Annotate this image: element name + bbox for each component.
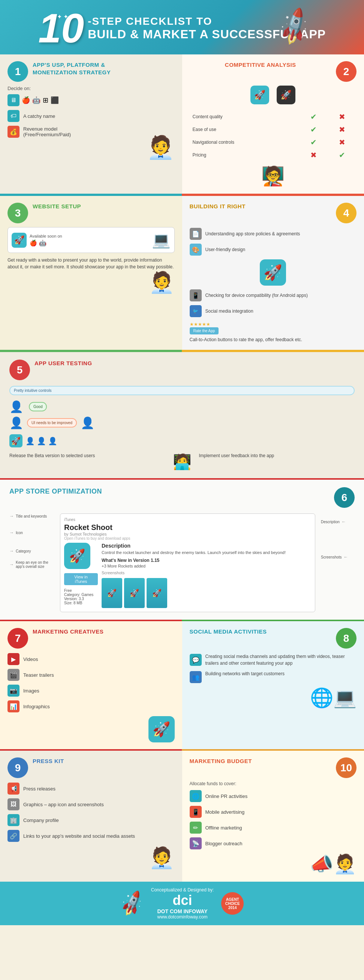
app-icon-large: 🚀 bbox=[64, 543, 90, 569]
item-company-profile: 🏢 Company profile bbox=[8, 814, 175, 826]
section-2: COMPETITIVE ANALYSIS 2 🚀 🚀 Content quali… bbox=[182, 54, 364, 194]
user-icons-row: 👤 👤 👤 bbox=[25, 436, 57, 445]
mockup-main-row: 🚀 View in iTunes Free Category: Games Ve… bbox=[64, 543, 311, 608]
step-badge-4: 4 bbox=[336, 203, 356, 223]
social-icon: 🐦 bbox=[190, 305, 202, 317]
aso-container: → Title and keywords → Icon → Category →… bbox=[9, 514, 355, 612]
label-category: → Category bbox=[9, 548, 54, 554]
app-by: by Sumot Technologies bbox=[64, 532, 311, 536]
blogger-icon: 📡 bbox=[190, 837, 202, 850]
character-2: 🧑‍🏫 bbox=[190, 165, 357, 187]
aso-labels-left: → Title and keywords → Icon → Category →… bbox=[9, 514, 54, 575]
footer: 🚀 Conceptualized & Designed by: dci DOT … bbox=[0, 882, 364, 925]
whats-new-detail: +3 More Rockets added bbox=[101, 564, 311, 568]
infographic-icon: 📊 bbox=[8, 700, 19, 713]
device-icon: 📱 bbox=[190, 290, 202, 301]
section-8-header: SOCIAL MEDIA ACTIVITIES 8 bbox=[190, 628, 357, 649]
step-badge-5: 5 bbox=[9, 360, 30, 380]
section-10-title: MARKETING BUDGET bbox=[190, 757, 252, 765]
category-label: Category: Games bbox=[64, 593, 98, 597]
user-icon-2: 👤 bbox=[9, 416, 23, 430]
check-3-1: ✔ bbox=[310, 138, 317, 146]
action-2: Implement user feedback into the app bbox=[199, 453, 355, 471]
section-7-header: 7 MARKETING CREATIVES bbox=[8, 628, 175, 649]
section-10-items: 🌐 Online PR activities 📱 Mobile advertis… bbox=[190, 790, 357, 850]
label-overall-size: → Keep an eye on the app's overall size bbox=[9, 560, 54, 569]
mockup-content: 🚀 Available soon on 🍎 🤖 💻 bbox=[12, 231, 171, 249]
section-3: 3 WEBSITE SETUP 🚀 Available soon on 🍎 🤖 … bbox=[0, 196, 182, 350]
step-badge-1: 1 bbox=[8, 61, 28, 82]
actions-row: Release the Beta version to selected use… bbox=[9, 453, 355, 471]
section-6: APP STORE OPTIMIZATION 6 → Title and key… bbox=[0, 480, 364, 620]
android-badge: 🤖 bbox=[39, 239, 46, 247]
action-1: Release the Beta version to selected use… bbox=[9, 453, 165, 471]
app-icon-small: 🚀 bbox=[9, 434, 22, 447]
item-social-channels: 💬 Creating social media channels and upd… bbox=[190, 653, 357, 667]
header: 10 -Step Checklist to Build & Market a S… bbox=[0, 0, 364, 54]
section-5-header: 5 APP USER TESTING bbox=[9, 360, 355, 380]
apple-badge: 🍎 bbox=[30, 239, 37, 247]
mobile-icon: 📱 bbox=[190, 806, 202, 818]
section-5: 5 APP USER TESTING Pretty intuitive cont… bbox=[0, 352, 364, 478]
label-screenshots: Screenshots ← bbox=[321, 554, 355, 560]
row-section-1-2: 1 APP'S USP, PLATFORM & MONETIZATION STR… bbox=[0, 54, 364, 194]
section-4-title: BUILDING IT RIGHT bbox=[190, 203, 245, 210]
footer-rocket: 🚀 bbox=[117, 889, 147, 918]
step-badge-2: 2 bbox=[336, 61, 356, 82]
item-blogger-outreach: 📡 Blogger outreach bbox=[190, 837, 357, 850]
item-links: 🔗 Links to your app's website and social… bbox=[8, 830, 175, 842]
row-section-7-8: 7 MARKETING CREATIVES ▶ Videos 🎬 Teaser … bbox=[0, 621, 364, 749]
item-offline-marketing: ✏ Offline marketing bbox=[190, 822, 357, 834]
check-1-2: ✖ bbox=[339, 113, 345, 121]
feedback-bubbles: Pretty intuitive controls 👤 Good 👤 UI ne… bbox=[9, 386, 355, 447]
step-badge-6: 6 bbox=[334, 487, 355, 508]
section-4: BUILDING IT RIGHT 4 📄 Understanding app … bbox=[182, 196, 364, 350]
star-decoration: ✦ ✦ ✦ bbox=[57, 13, 75, 20]
section-9-header: 9 PRESS KIT bbox=[8, 757, 175, 778]
footer-conceptualized: Conceptualized & Designed by: bbox=[151, 887, 214, 892]
comp-icon-1: 🚀 bbox=[250, 86, 269, 106]
row-section-9-10: 9 PRESS KIT 📢 Press releases 🖼 Graphics … bbox=[0, 751, 364, 882]
building-item-1: 📄 Understanding app store policies & agr… bbox=[190, 228, 357, 240]
feedback-bubble-1: Pretty intuitive controls bbox=[9, 386, 355, 395]
character-9: 🧑‍💼 bbox=[8, 846, 175, 870]
item-online-pr: 🌐 Online PR activities bbox=[190, 790, 357, 802]
building-items: 📄 Understanding app store policies & agr… bbox=[190, 228, 357, 343]
section-8-items: 💬 Creating social media channels and upd… bbox=[190, 653, 357, 683]
company-icon: 🏢 bbox=[8, 814, 19, 826]
section-6-title: APP STORE OPTIMIZATION bbox=[9, 487, 102, 496]
platform-icons: 🖥 🍎 🤖 ⊞ ⬛ bbox=[8, 94, 175, 106]
offline-icon: ✏ bbox=[190, 822, 202, 834]
item-press-releases: 📢 Press releases bbox=[8, 783, 175, 795]
check-1-1: ✔ bbox=[310, 113, 317, 121]
footer-content: Conceptualized & Designed by: dci DOT CO… bbox=[151, 887, 214, 920]
app-tagline: Open iTunes to buy and download apps bbox=[64, 536, 311, 541]
step-badge-8: 8 bbox=[336, 628, 356, 649]
free-label: Free bbox=[64, 589, 98, 593]
item-teaser-trailers: 🎬 Teaser trailers bbox=[8, 669, 175, 681]
aso-labels-right: Description ← Screenshots ← bbox=[321, 514, 355, 566]
screenshots-row: 🚀 🚀 🚀 bbox=[101, 578, 311, 608]
section-1-items: 🏷 A catchy name 💰 Revenue model (Free/Fr… bbox=[8, 110, 175, 138]
link-icon: 🔗 bbox=[8, 830, 19, 842]
desc-body: Control the rocket launcher and destroy … bbox=[101, 550, 311, 555]
screenshot-2: 🚀 bbox=[124, 578, 145, 608]
comp-row-1: Content quality ✔ ✖ bbox=[190, 110, 357, 123]
row-section-3-4: 3 WEBSITE SETUP 🚀 Available soon on 🍎 🤖 … bbox=[0, 196, 364, 350]
character-8: 🌐💻 bbox=[190, 687, 357, 709]
character-3: 🧑‍💼 bbox=[8, 270, 175, 294]
network-icon: 👥 bbox=[190, 671, 202, 683]
item-building-networks: 👥 Building networks with target customer… bbox=[190, 670, 357, 683]
rate-app-button[interactable]: Rate the App bbox=[190, 327, 219, 334]
app-icon-mockup: 🚀 bbox=[12, 233, 27, 248]
footer-company: DOT COM INFOWAY bbox=[151, 908, 214, 914]
character-1: 🧑‍💼 bbox=[8, 134, 175, 161]
check-3-2: ✖ bbox=[339, 138, 345, 146]
section-1-header: 1 APP'S USP, PLATFORM & MONETIZATION STR… bbox=[8, 61, 175, 82]
section-8-title: SOCIAL MEDIA ACTIVITIES bbox=[190, 628, 267, 635]
character-10: 📣🧑‍💼 bbox=[190, 853, 357, 875]
view-itunes-button[interactable]: View in iTunes bbox=[64, 573, 98, 585]
item-infographics: 📊 Infographics bbox=[8, 700, 175, 713]
available-text: Available soon on 🍎 🤖 bbox=[30, 234, 62, 247]
user-icon-1: 👤 bbox=[9, 400, 23, 413]
